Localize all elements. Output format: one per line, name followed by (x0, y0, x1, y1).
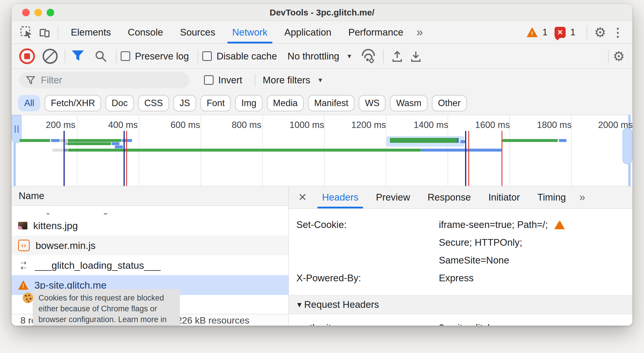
load-event-line (126, 131, 127, 186)
status-cluster: ! 1 ✕ 1 ⚙ ⋮ (527, 24, 627, 40)
chip-img[interactable]: Img (235, 95, 263, 111)
chip-ws[interactable]: WS (359, 95, 386, 111)
time-tick-label: 600 ms (170, 120, 200, 130)
window-title: DevTools - 3pc.glitch.me/ (270, 8, 374, 17)
details-tab-preview[interactable]: Preview (367, 186, 419, 208)
divider (116, 50, 117, 63)
invert-checkbox[interactable] (204, 75, 214, 85)
preserve-log-label: Preserve log (135, 51, 189, 62)
more-filters-button[interactable]: More filters (263, 75, 310, 86)
request-headers-section[interactable]: ▼ Request Headers (289, 295, 632, 314)
throttling-select[interactable]: No throttling (288, 51, 339, 62)
waterfall-bar (51, 139, 60, 142)
header-value: SameSite=None (439, 251, 509, 269)
chip-other[interactable]: Other (432, 95, 467, 111)
search-icon[interactable] (94, 49, 108, 63)
console-error-icon[interactable]: ✕ (555, 27, 566, 38)
more-details-tabs-icon[interactable]: » (575, 191, 589, 203)
inspect-element-icon[interactable] (20, 26, 33, 39)
header-value-line: Secure; HTTPOnly; (439, 233, 565, 251)
waterfall-bar (460, 140, 465, 143)
import-har-icon[interactable] (390, 49, 404, 63)
waterfall-bar (421, 149, 502, 152)
waterfall-bar (52, 149, 64, 152)
time-tick-label: 400 ms (108, 120, 138, 130)
header-name: X-Powered-By: (289, 269, 439, 287)
tab-console[interactable]: Console (119, 21, 172, 43)
chevron-down-icon[interactable]: ▼ (346, 53, 352, 60)
kebab-menu-icon[interactable]: ⋮ (609, 26, 627, 39)
tab-network[interactable]: Network (224, 21, 276, 43)
waterfall-bar (68, 139, 122, 142)
chip-css[interactable]: CSS (138, 95, 169, 111)
selected-request-bar[interactable] (390, 138, 459, 143)
request-row-bowser-min-js[interactable]: ‹›bowser.min.js (12, 236, 288, 255)
filter-toggle-icon[interactable] (72, 50, 84, 62)
close-details-icon[interactable]: ✕ (298, 191, 307, 203)
tab-elements[interactable]: Elements (62, 21, 119, 43)
filter-placeholder: Filter (41, 75, 62, 86)
resources-size: 226 kB resources (168, 315, 258, 326)
chip-media[interactable]: Media (267, 95, 304, 111)
request-name: ___glitch_loading_status___ (35, 260, 161, 271)
details-tab-response[interactable]: Response (419, 186, 480, 208)
triangle-down-icon: ▼ (296, 301, 303, 309)
request-type-chips: AllFetch/XHRDocCSSJSFontImgMediaManifest… (12, 91, 632, 115)
cookie-icon (23, 293, 33, 303)
clear-network-log-icon[interactable] (43, 49, 58, 64)
chevron-down-icon[interactable]: ▼ (317, 77, 323, 84)
settings-gear-icon[interactable]: ⚙ (594, 24, 606, 40)
chip-js[interactable]: JS (173, 95, 196, 111)
chip-fetch-xhr[interactable]: Fetch/XHR (45, 95, 101, 111)
device-toolbar-icon[interactable] (38, 26, 51, 39)
warning-icon: ! (18, 280, 29, 290)
details-tab-timing[interactable]: Timing (529, 186, 575, 208)
minimize-window-button[interactable] (34, 9, 42, 16)
requests-pane: Name kittens.jpg‹›bowser.min.js⇢⇠___glit… (12, 186, 289, 326)
more-tabs-icon[interactable]: » (412, 26, 426, 39)
tab-sources[interactable]: Sources (172, 21, 224, 43)
request-row-glitch-loading-status[interactable]: ⇢⇠___glitch_loading_status___ (12, 255, 288, 275)
network-settings-gear-icon[interactable]: ⚙ (613, 48, 625, 64)
time-tick-label: 1000 ms (290, 120, 324, 130)
export-har-icon[interactable] (409, 49, 423, 63)
header-value: iframe-seen=true; Path=/; (439, 216, 548, 233)
issues-warning-icon[interactable]: ! (527, 27, 538, 37)
time-tick-label: 2000 ms (598, 120, 632, 130)
header-row: X-Powered-By:Express (289, 269, 632, 287)
waterfall-bar (20, 139, 50, 142)
timeline-canvas[interactable]: 200 ms400 ms600 ms800 ms1000 ms1200 ms14… (12, 115, 632, 186)
time-tick-label: 1200 ms (351, 120, 386, 130)
close-window-button[interactable] (22, 9, 30, 16)
disable-cache-checkbox[interactable] (202, 51, 212, 61)
timeline-right-handle[interactable] (622, 128, 632, 164)
request-headers-label: Request Headers (304, 299, 379, 310)
header-row: :authority: 3p-site.glitch.me (289, 319, 632, 326)
preserve-log-checkbox[interactable] (121, 51, 130, 61)
header-value: Secure; HTTPOnly; (439, 233, 522, 251)
details-tab-initiator[interactable]: Initiator (480, 186, 529, 208)
tab-performance[interactable]: Performance (340, 21, 412, 43)
chip-all[interactable]: All (18, 95, 40, 111)
chip-manifest[interactable]: Manifest (308, 95, 354, 111)
request-row-kittens-jpg[interactable]: kittens.jpg (12, 216, 288, 236)
zoom-window-button[interactable] (47, 9, 54, 16)
filter-input[interactable]: Filter (19, 72, 189, 88)
details-pane: ✕ HeadersPreviewResponseInitiatorTiming … (289, 186, 632, 326)
chip-font[interactable]: Font (200, 95, 231, 111)
chip-doc[interactable]: Doc (105, 95, 134, 111)
network-conditions-icon[interactable] (360, 49, 376, 64)
chip-wasm[interactable]: Wasm (390, 95, 427, 111)
name-column-header[interactable]: Name (12, 186, 288, 206)
exchange-arrows-icon: ⇢⇠ (18, 260, 29, 270)
headers-list: Set-Cookie:iframe-seen=true; Path=/;!Sec… (289, 209, 632, 287)
divider (255, 73, 255, 87)
cookie-warning-icon[interactable]: ! (554, 220, 565, 229)
time-tick-label: 200 ms (46, 120, 75, 130)
tab-application[interactable]: Application (276, 21, 340, 43)
headers-content: Set-Cookie:iframe-seen=true; Path=/;!Sec… (289, 209, 632, 326)
record-network-log-button[interactable] (19, 48, 35, 64)
divider (65, 50, 65, 63)
domcontentloaded-line (124, 131, 125, 186)
details-tab-headers[interactable]: Headers (313, 186, 367, 208)
